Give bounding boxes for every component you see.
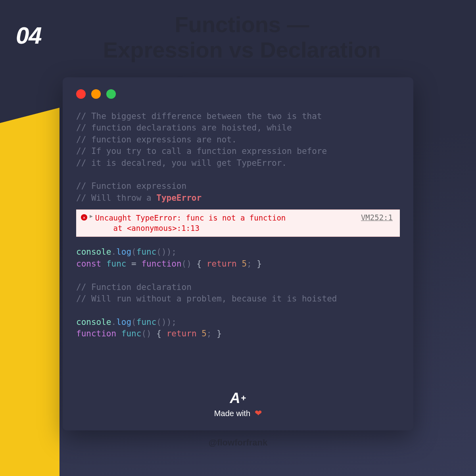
code-block-2: console.log(func()); const func = functi… — [63, 242, 413, 340]
author-handle[interactable]: @flowforfrank — [0, 438, 476, 448]
page-number: 04 — [16, 22, 42, 49]
token-number: 5 — [242, 259, 247, 269]
token-const: const — [76, 259, 101, 269]
type-error-text: TypeError — [156, 193, 202, 203]
comment-line: // The biggest difference between the tw… — [76, 111, 322, 121]
footer-badge: A+ Made with ❤ — [63, 390, 413, 418]
comment-line: // function declarations are hoisted, wh… — [76, 123, 292, 132]
token-log: log — [116, 317, 131, 327]
comment-line: // If you try to call a function express… — [76, 146, 327, 156]
error-icon: ✕ — [81, 214, 87, 221]
title-line-1: Functions — — [175, 12, 309, 37]
token-func: func — [106, 259, 127, 269]
token-console: console — [76, 317, 111, 327]
token-console: console — [76, 247, 111, 257]
comment-line: // Will throw a — [76, 193, 156, 203]
comment-line: // Will run without a problem, because i… — [76, 294, 337, 303]
code-block-1: // The biggest difference between the tw… — [63, 107, 413, 204]
comment-line: // Function expression — [76, 181, 186, 191]
logo-plus: + — [241, 393, 246, 403]
token-return: return — [167, 329, 197, 338]
error-line-1: Uncaught TypeError: func is not a functi… — [95, 213, 286, 222]
logo-a: A — [230, 390, 240, 407]
token-log: log — [116, 247, 131, 257]
token-number: 5 — [202, 329, 207, 338]
error-message: Uncaught TypeError: func is not a functi… — [95, 213, 359, 233]
error-console-box: ✕ ▶ Uncaught TypeError: func is not a fu… — [76, 209, 400, 237]
made-with-text: Made with ❤ — [63, 408, 413, 418]
token-function: function — [76, 329, 116, 338]
error-source[interactable]: VM252:1 — [361, 213, 395, 222]
close-icon[interactable] — [76, 89, 86, 99]
window-controls — [63, 89, 413, 107]
minimize-icon[interactable] — [91, 89, 101, 99]
error-line-2: at <anonymous>:1:13 — [95, 224, 200, 232]
maximize-icon[interactable] — [106, 89, 116, 99]
page-title: Functions — Expression vs Declaration — [63, 12, 420, 63]
token-function: function — [141, 259, 181, 269]
made-with-label: Made with — [214, 409, 250, 418]
comment-line: // function expressions are not. — [76, 135, 237, 144]
comment-line: // Function declaration — [76, 282, 192, 292]
comment-line: // it is decalred, you will get TypeErro… — [76, 158, 287, 168]
title-line-2: Expression vs Declaration — [103, 37, 381, 62]
token-func: func — [136, 247, 157, 257]
token-func: func — [121, 329, 142, 338]
a-plus-logo: A+ — [230, 390, 246, 407]
heart-icon: ❤ — [255, 408, 262, 418]
token-return: return — [207, 259, 237, 269]
chevron-right-icon: ▶ — [90, 213, 93, 219]
code-window: // The biggest difference between the tw… — [63, 77, 413, 430]
token-func: func — [136, 317, 157, 327]
